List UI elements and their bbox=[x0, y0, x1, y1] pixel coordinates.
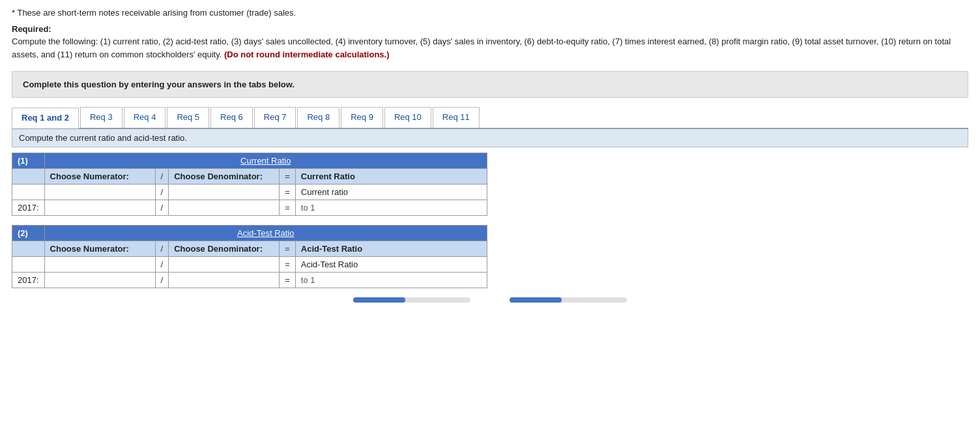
s2-denominator-input-cell bbox=[169, 257, 280, 273]
tab-req5[interactable]: Req 5 bbox=[167, 107, 209, 128]
s2-divider2: / bbox=[155, 257, 169, 273]
scrollbar-area bbox=[12, 297, 968, 303]
tab-content-header: Compute the current ratio and acid-test … bbox=[12, 129, 968, 147]
acid-test-ratio-table: (2) Acid-Test Ratio Choose Numerator: / … bbox=[12, 225, 487, 288]
scrollbar-track-2[interactable] bbox=[510, 297, 627, 303]
s2-choose-numerator-header: Choose Numerator: bbox=[44, 241, 155, 257]
s1-year-denominator-input[interactable] bbox=[174, 203, 274, 213]
s2-result-label: Acid-Test Ratio bbox=[295, 257, 487, 273]
section1-num: (1) bbox=[12, 153, 45, 169]
s1-choose-numerator-header: Choose Numerator: bbox=[44, 169, 155, 185]
required-section: Required: Compute the following: (1) cur… bbox=[12, 24, 968, 61]
s1-result-header: Current Ratio bbox=[295, 169, 487, 185]
section2-title-text: Acid-Test Ratio bbox=[237, 228, 294, 238]
s2-year-denominator-input[interactable] bbox=[174, 275, 274, 285]
s1-year-numerator-input[interactable] bbox=[50, 203, 150, 213]
scrollbar-thumb-2 bbox=[510, 297, 562, 303]
s1-empty2 bbox=[12, 185, 45, 200]
s2-year-equals: = bbox=[280, 273, 296, 288]
section1-title: Current Ratio bbox=[44, 153, 487, 169]
tab-req10[interactable]: Req 10 bbox=[384, 107, 431, 128]
tab-req7[interactable]: Req 7 bbox=[254, 107, 296, 128]
s1-divider2: / bbox=[155, 185, 169, 200]
note-text: * These are short-term notes receivable … bbox=[12, 8, 968, 18]
s2-year-divider: / bbox=[155, 273, 169, 288]
s2-year: 2017: bbox=[12, 273, 45, 288]
s1-numerator-input-cell bbox=[44, 185, 155, 200]
instruction-box: Complete this question by entering your … bbox=[12, 71, 968, 98]
s2-denominator-input[interactable] bbox=[174, 260, 274, 269]
s2-numerator-input-cell bbox=[44, 257, 155, 273]
s2-year-numerator-input[interactable] bbox=[50, 275, 150, 285]
s2-empty bbox=[12, 241, 45, 257]
s1-year-equals: = bbox=[280, 200, 296, 216]
tab-req1and2[interactable]: Req 1 and 2 bbox=[12, 108, 79, 128]
required-label: Required: bbox=[12, 24, 968, 34]
s2-numerator-input[interactable] bbox=[50, 260, 150, 269]
s2-choose-denominator-header: Choose Denominator: bbox=[169, 241, 280, 257]
s1-year-numerator-cell bbox=[44, 200, 155, 216]
s1-divider1: / bbox=[155, 169, 169, 185]
s1-numerator-input[interactable] bbox=[50, 187, 150, 197]
s1-year: 2017: bbox=[12, 200, 45, 216]
s2-equals1: = bbox=[280, 241, 296, 257]
s2-divider1: / bbox=[155, 241, 169, 257]
tab-req9[interactable]: Req 9 bbox=[341, 107, 383, 128]
s1-equals2: = bbox=[280, 185, 296, 200]
tabs-row: Req 1 and 2 Req 3 Req 4 Req 5 Req 6 Req … bbox=[12, 107, 968, 129]
required-body-text: Compute the following: (1) current ratio… bbox=[12, 37, 951, 59]
tab-req11[interactable]: Req 11 bbox=[433, 107, 480, 128]
s2-year-numerator-cell bbox=[44, 273, 155, 288]
tab-req8[interactable]: Req 8 bbox=[297, 107, 339, 128]
scrollbar-track-1[interactable] bbox=[353, 297, 470, 303]
no-round-text: (Do not round intermediate calculations.… bbox=[224, 50, 390, 59]
s1-choose-denominator-header: Choose Denominator: bbox=[169, 169, 280, 185]
s2-result-header: Acid-Test Ratio bbox=[295, 241, 487, 257]
s1-equals1: = bbox=[280, 169, 296, 185]
scrollbar-thumb-1 bbox=[353, 297, 405, 303]
s1-year-denominator-cell bbox=[169, 200, 280, 216]
s2-equals2: = bbox=[280, 257, 296, 273]
s1-denominator-input[interactable] bbox=[174, 187, 274, 197]
section2-num: (2) bbox=[12, 226, 45, 241]
s2-year-denominator-cell bbox=[169, 273, 280, 288]
s2-to1: to 1 bbox=[295, 273, 487, 288]
s1-empty bbox=[12, 169, 45, 185]
tab-req3[interactable]: Req 3 bbox=[80, 107, 122, 128]
required-body: Compute the following: (1) current ratio… bbox=[12, 35, 968, 61]
s1-denominator-input-cell bbox=[169, 185, 280, 200]
s1-result-label: Current ratio bbox=[295, 185, 487, 200]
section1-title-text: Current Ratio bbox=[240, 156, 291, 166]
tab-req6[interactable]: Req 6 bbox=[210, 107, 253, 128]
instruction-text: Complete this question by entering your … bbox=[23, 80, 295, 89]
s1-year-divider: / bbox=[155, 200, 169, 216]
s1-to1: to 1 bbox=[295, 200, 487, 216]
s2-empty2 bbox=[12, 257, 45, 273]
current-ratio-table: (1) Current Ratio Choose Numerator: / Ch… bbox=[12, 153, 487, 216]
tab-req4[interactable]: Req 4 bbox=[124, 107, 166, 128]
section2-title: Acid-Test Ratio bbox=[44, 226, 487, 241]
